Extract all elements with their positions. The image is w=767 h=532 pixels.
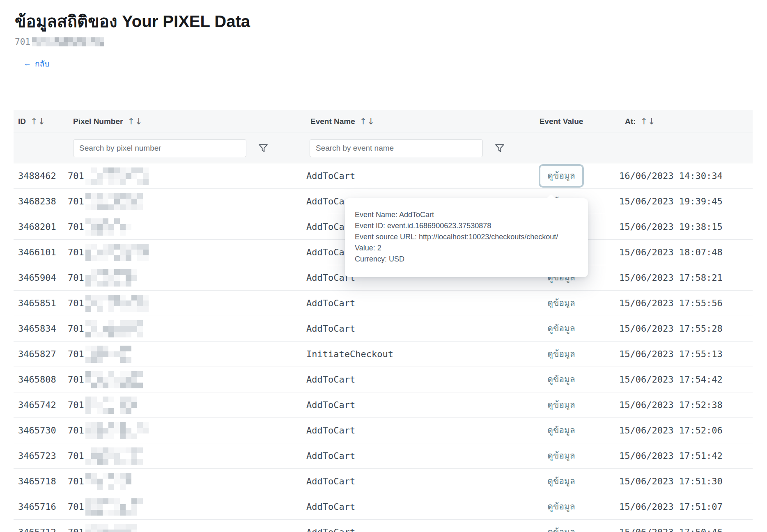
- event-time-cell: 15/06/2023 17:51:42: [619, 451, 723, 461]
- column-header-event-name[interactable]: Event Name ↑↓: [303, 117, 507, 126]
- tooltip-event-id: Event ID: event.id.1686900623.37530878: [355, 220, 580, 232]
- event-id-cell: 3465723: [18, 451, 56, 461]
- page-title-thai: ข้อมูลสถิติของ: [15, 12, 117, 30]
- event-id-cell: 3465716: [18, 502, 56, 512]
- view-data-button[interactable]: ดูข้อมูล: [539, 419, 583, 442]
- event-name-cell: AddToCart: [306, 323, 355, 334]
- pixel-number-prefix: 701: [68, 171, 84, 181]
- event-details-tooltip: Event Name: AddToCart Event ID: event.id…: [345, 198, 588, 277]
- event-time-cell: 15/06/2023 17:51:07: [619, 502, 723, 512]
- column-header-at[interactable]: At: ↑↓: [616, 117, 753, 126]
- redacted-pixel-number: [85, 244, 149, 261]
- filter-icon[interactable]: [257, 142, 269, 154]
- event-id-cell: 3466101: [18, 247, 56, 257]
- sort-icon: ↑↓: [30, 117, 46, 126]
- view-data-button[interactable]: ดูข้อมูล: [539, 521, 583, 532]
- column-header-pixel-number[interactable]: Pixel Number ↑↓: [61, 117, 303, 126]
- pixel-number-prefix: 701: [68, 298, 84, 308]
- view-data-button[interactable]: ดูข้อมูล: [539, 164, 583, 187]
- back-arrow-icon: ←: [23, 59, 31, 68]
- event-id-cell: 3465742: [18, 400, 56, 410]
- filter-icon[interactable]: [494, 142, 505, 154]
- event-name-cell: AddToCart: [306, 374, 355, 385]
- redacted-pixel-number: [85, 371, 143, 388]
- redacted-pixel-number: [85, 524, 137, 532]
- tooltip-value: Value: 2: [355, 243, 580, 254]
- redacted-pixel-number: [85, 295, 149, 312]
- pixel-number-prefix: 701: [68, 451, 84, 461]
- redacted-pixel-number: [85, 269, 137, 287]
- event-id-cell: 3465904: [18, 273, 56, 283]
- event-time-cell: 15/06/2023 17:52:38: [619, 400, 723, 410]
- table-row: 3465808 701 AddToCart ดูข้อมูล 15/06/202…: [14, 367, 753, 392]
- redacted-pixel-number: [85, 498, 143, 516]
- view-data-button[interactable]: ดูข้อมูล: [539, 368, 583, 391]
- event-time-cell: 15/06/2023 17:55:13: [619, 349, 723, 359]
- table-row: 3465723 701 AddToCart ดูข้อมูล 15/06/202…: [14, 443, 753, 469]
- pixel-id-prefix: 701: [15, 37, 30, 47]
- column-header-at-label: At:: [625, 117, 636, 126]
- redacted-pixel-id: [32, 37, 104, 46]
- event-name-cell: AddToCart: [306, 451, 355, 461]
- back-link[interactable]: ← กลับ: [23, 57, 49, 70]
- pixel-number-prefix: 701: [68, 349, 84, 359]
- column-header-id[interactable]: ID ↑↓: [14, 117, 61, 126]
- pixel-number-prefix: 701: [68, 476, 84, 486]
- view-data-button[interactable]: ดูข้อมูล: [539, 444, 583, 467]
- pixel-number-search-input[interactable]: [73, 139, 246, 157]
- event-time-cell: 15/06/2023 17:58:21: [619, 273, 723, 283]
- view-data-button[interactable]: ดูข้อมูล: [539, 291, 583, 314]
- event-id-cell: 3465808: [18, 374, 56, 385]
- pixel-number-prefix: 701: [68, 222, 84, 232]
- view-data-button[interactable]: ดูข้อมูล: [539, 470, 583, 493]
- event-id-cell: 3465851: [18, 298, 56, 308]
- event-name-search-input[interactable]: [310, 139, 483, 157]
- page-title-english: Your PIXEL Data: [122, 12, 250, 30]
- event-id-cell: 3465712: [18, 527, 56, 532]
- back-link-label: กลับ: [35, 57, 49, 70]
- column-header-event-value-label: Event Value: [540, 117, 583, 126]
- view-data-button[interactable]: ดูข้อมูล: [539, 317, 583, 340]
- pixel-data-page: ข้อมูลสถิติของ Your PIXEL Data 701 ← กลั…: [0, 10, 767, 532]
- event-name-cell: InitiateCheckout: [306, 349, 393, 359]
- event-id-cell: 3465827: [18, 349, 56, 359]
- event-id-cell: 3468201: [18, 222, 56, 232]
- table-header-row: ID ↑↓ Pixel Number ↑↓ Event Name ↑↓ Even…: [14, 110, 753, 133]
- table-row: 3465742 701 AddToCart ดูข้อมูล 15/06/202…: [14, 392, 753, 418]
- table-row: 3465712 701 AddToCart ดูข้อมูล 15/06/202…: [14, 520, 753, 532]
- event-name-cell: AddToCart: [306, 400, 355, 410]
- pixel-number-prefix: 701: [68, 247, 84, 257]
- table-row: 3465730 701 AddToCart ดูข้อมูล 15/06/202…: [14, 418, 753, 443]
- event-time-cell: 15/06/2023 17:52:06: [619, 425, 723, 436]
- view-data-button[interactable]: ดูข้อมูล: [539, 393, 583, 416]
- event-name-cell: AddToCart: [306, 502, 355, 512]
- event-name-cell: AddToCart: [306, 425, 355, 436]
- redacted-pixel-number: [85, 397, 137, 414]
- tooltip-event-name: Event Name: AddToCart: [355, 209, 580, 220]
- redacted-pixel-number: [85, 320, 143, 337]
- events-table: ID ↑↓ Pixel Number ↑↓ Event Name ↑↓ Even…: [14, 110, 753, 532]
- event-time-cell: 15/06/2023 17:55:56: [619, 298, 723, 308]
- event-time-cell: 15/06/2023 18:07:48: [619, 247, 723, 257]
- pixel-number-prefix: 701: [68, 502, 84, 512]
- redacted-pixel-number: [85, 193, 143, 210]
- column-header-pixel-number-label: Pixel Number: [73, 117, 123, 126]
- redacted-pixel-number: [85, 167, 149, 185]
- redacted-pixel-number: [85, 422, 149, 439]
- event-id-cell: 3465730: [18, 425, 56, 436]
- event-time-cell: 15/06/2023 17:55:28: [619, 323, 723, 334]
- table-row: 3465851 701 AddToCart ดูข้อมูล 15/06/202…: [14, 291, 753, 316]
- column-header-id-label: ID: [18, 117, 26, 126]
- redacted-pixel-number: [85, 447, 143, 465]
- view-data-button[interactable]: ดูข้อมูล: [539, 495, 583, 518]
- pixel-number-prefix: 701: [68, 374, 84, 385]
- column-header-event-value: Event Value: [507, 117, 616, 126]
- redacted-pixel-number: [85, 218, 131, 236]
- pixel-id-subtitle: 701: [15, 37, 767, 47]
- pixel-number-prefix: 701: [68, 527, 84, 532]
- event-name-cell: AddToCart: [306, 527, 355, 532]
- table-row: 3465718 701 AddToCart ดูข้อมูล 15/06/202…: [14, 469, 753, 494]
- view-data-button[interactable]: ดูข้อมูล: [539, 342, 583, 365]
- event-time-cell: 15/06/2023 19:38:15: [619, 222, 723, 232]
- page-title: ข้อมูลสถิติของ Your PIXEL Data: [15, 10, 767, 33]
